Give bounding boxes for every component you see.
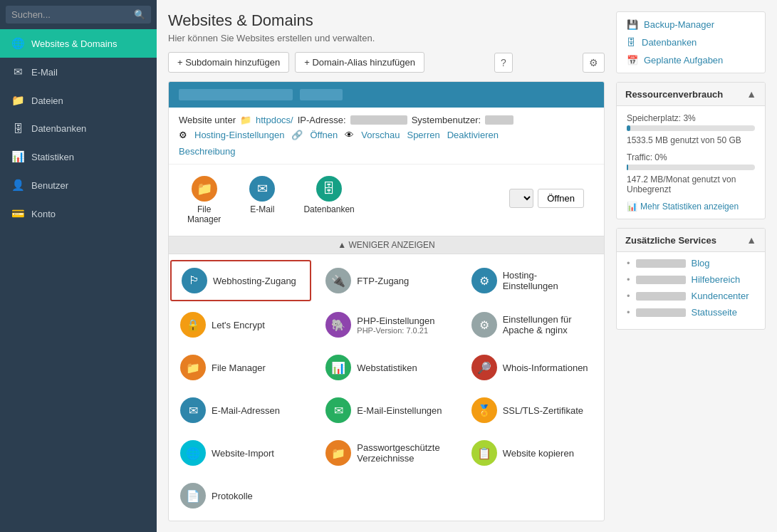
sidebar-item-websites-domains[interactable]: 🌐Websites & Domains bbox=[0, 29, 157, 58]
services-list: •Blog•Hilfebereich•Kundencenter•Statusse… bbox=[617, 252, 765, 329]
feat-sublabel-php-einstellungen: PHP-Version: 7.0.21 bbox=[357, 326, 434, 335]
feature-php-einstellungen[interactable]: 🐘 PHP-Einstellungen PHP-Version: 7.0.21 bbox=[316, 306, 457, 344]
feat-icon-website-kopieren: 📋 bbox=[471, 440, 497, 466]
feature-whois-informationen[interactable]: 🔎 Whois-Informationen bbox=[461, 348, 603, 387]
databases-shortcut[interactable]: 🗄 Datenbanken bbox=[295, 172, 363, 229]
feat-icon-webhosting-zugang: 🏳 bbox=[182, 268, 207, 293]
zusaetzliche-services-card: Zusätzliche Services ▲ •Blog•Hilfebereic… bbox=[616, 228, 766, 330]
domain-card-header bbox=[169, 82, 604, 108]
sysuser-value-blurred bbox=[485, 115, 513, 125]
zusaetzliche-services-collapse-btn[interactable]: ▲ bbox=[746, 234, 756, 246]
add-subdomain-button[interactable]: + Subdomain hinzufügen bbox=[168, 52, 289, 73]
description-link[interactable]: Beschreibung bbox=[179, 146, 594, 157]
db-select[interactable] bbox=[509, 189, 533, 208]
quick-link-datenbanken[interactable]: 🗄Datenbanken bbox=[627, 37, 755, 48]
email-icon: ✉ bbox=[249, 176, 275, 202]
ip-label: IP-Adresse: bbox=[298, 115, 346, 125]
preview-link[interactable]: Vorschau bbox=[361, 130, 400, 140]
feat-text-einstellungen-apache-nginx: Einstellungen fürApache & nginx bbox=[503, 314, 572, 335]
service-link-statusseite[interactable]: Statusseite bbox=[692, 307, 737, 318]
icon-grid-top: 📁 FileManager ✉ E-Mail 🗄 Datenbanken bbox=[169, 164, 604, 236]
nav-label-websites-domains: Websites & Domains bbox=[31, 38, 117, 49]
add-domain-alias-button[interactable]: + Domain-Alias hinzufügen bbox=[295, 52, 424, 73]
httpdocs-link[interactable]: httpdocs/ bbox=[256, 115, 293, 125]
sidebar-item-files[interactable]: 📁Dateien bbox=[0, 86, 157, 115]
feat-text-webstatistiken: Webstatistiken bbox=[357, 363, 417, 373]
ressourcen-header: Ressourcenverbrauch ▲ bbox=[617, 83, 765, 106]
speicherplatz-value: 1533.5 MB genutzt von 50 GB bbox=[627, 135, 755, 145]
quick-link-geplante-aufgaben[interactable]: 📅Geplante Aufgaben bbox=[627, 55, 755, 66]
sidebar-item-users[interactable]: 👤Benutzer bbox=[0, 171, 157, 199]
feature-einstellungen-apache-nginx[interactable]: ⚙ Einstellungen fürApache & nginx bbox=[461, 306, 603, 344]
feat-text-hosting-einstellungen: Hosting-Einstellungen bbox=[503, 270, 558, 291]
quick-link-icon-datenbanken: 🗄 bbox=[627, 37, 636, 48]
feature-hosting-einstellungen[interactable]: ⚙ Hosting-Einstellungen bbox=[461, 260, 603, 301]
feature-email-einstellungen[interactable]: ✉ E-Mail-Einstellungen bbox=[316, 391, 457, 429]
feat-icon-php-einstellungen: 🐘 bbox=[325, 312, 351, 338]
sidebar-item-account[interactable]: 💳Konto bbox=[0, 199, 157, 228]
preview-icon: 👁 bbox=[345, 130, 354, 140]
website-unter-label: Website unter bbox=[179, 115, 236, 125]
feature-ssl-tls-zertifikate[interactable]: 🏅 SSL/TLS-Zertifikate bbox=[461, 391, 603, 429]
page-title: Websites & Domains bbox=[168, 11, 605, 30]
deactivate-link[interactable]: Deaktivieren bbox=[447, 130, 499, 140]
service-link-hilfebereich[interactable]: Hilfebereich bbox=[692, 274, 741, 285]
file-manager-shortcut[interactable]: 📁 FileManager bbox=[179, 172, 229, 229]
weniger-anzeigen-bar[interactable]: ▲ WENIGER ANZEIGEN bbox=[169, 236, 604, 254]
feat-text-protokolle: Protokolle bbox=[212, 491, 253, 501]
feat-text-email-adressen: E-Mail-Adressen bbox=[212, 405, 280, 416]
ip-value-blurred bbox=[350, 115, 407, 125]
chart-icon: 📊 bbox=[627, 202, 637, 212]
db-open-button[interactable]: Öffnen bbox=[538, 189, 584, 208]
email-shortcut[interactable]: ✉ E-Mail bbox=[241, 172, 283, 229]
right-panel: 💾Backup-Manager🗄Datenbanken📅Geplante Auf… bbox=[616, 11, 766, 521]
feature-webhosting-zugang[interactable]: 🏳 Webhosting-Zugang bbox=[170, 260, 311, 301]
bullet: • bbox=[627, 258, 630, 268]
mehr-statistiken-link[interactable]: 📊 Mehr Statistiken anzeigen bbox=[627, 202, 755, 212]
ressourcen-collapse-btn[interactable]: ▲ bbox=[746, 88, 756, 100]
search-box[interactable]: 🔍 bbox=[6, 6, 151, 24]
feature-website-import[interactable]: 🌐 Website-Import bbox=[170, 434, 311, 472]
sidebar-item-statistics[interactable]: 📊Statistiken bbox=[0, 142, 157, 171]
search-input[interactable] bbox=[11, 9, 134, 20]
zusaetzliche-services-title: Zusätzliche Services bbox=[625, 235, 716, 246]
sidebar-item-email[interactable]: ✉E-Mail bbox=[0, 58, 157, 86]
sidebar-item-databases[interactable]: 🗄Datenbanken bbox=[0, 115, 157, 142]
feat-icon-hosting-einstellungen: ⚙ bbox=[471, 268, 497, 293]
service-link-kundencenter[interactable]: Kundencenter bbox=[692, 291, 749, 301]
feat-icon-whois-informationen: 🔎 bbox=[471, 355, 497, 380]
feat-text-webhosting-zugang: Webhosting-Zugang bbox=[213, 276, 296, 286]
feat-icon-webstatistiken: 📊 bbox=[325, 355, 351, 380]
feature-ftp-zugang[interactable]: 🔌 FTP-Zugang bbox=[316, 260, 457, 301]
feature-protokolle[interactable]: 📄 Protokolle bbox=[170, 476, 311, 515]
service-item-hilfebereich: •Hilfebereich bbox=[627, 274, 755, 285]
hosting-settings-link[interactable]: Hosting-Einstellungen bbox=[194, 130, 284, 140]
page-subtitle: Hier können Sie Websites erstellen und v… bbox=[168, 33, 605, 43]
feature-email-adressen[interactable]: ✉ E-Mail-Adressen bbox=[170, 391, 311, 429]
feat-text-whois-informationen: Whois-Informationen bbox=[503, 363, 588, 373]
service-link-blog[interactable]: Blog bbox=[692, 258, 710, 268]
quick-link-icon-backup-manager: 💾 bbox=[627, 19, 638, 30]
nav-label-users: Benutzer bbox=[31, 180, 68, 191]
databases-icon: 🗄 bbox=[316, 176, 342, 202]
nav-icon-files: 📁 bbox=[11, 94, 24, 107]
feat-text-file-manager: File Manager bbox=[212, 363, 266, 373]
quick-link-backup-manager[interactable]: 💾Backup-Manager bbox=[627, 19, 755, 30]
feature-passwortgeschuetzte-verzeichnisse[interactable]: 📁 PasswortgeschützteVerzeichnisse bbox=[316, 434, 457, 472]
settings-button[interactable]: ⚙ bbox=[583, 53, 605, 73]
domain-info-row: Website unter 📁 httpdocs/ IP-Adresse: Sy… bbox=[179, 115, 594, 125]
open-link[interactable]: Öffnen bbox=[310, 130, 338, 140]
feature-file-manager[interactable]: 📁 File Manager bbox=[170, 348, 311, 387]
feat-icon-protokolle: 📄 bbox=[180, 483, 206, 508]
lock-link[interactable]: Sperren bbox=[407, 130, 439, 140]
feature-lets-encrypt[interactable]: 🔒 Let's Encrypt bbox=[170, 306, 311, 344]
feat-icon-passwortgeschuetzte-verzeichnisse: 📁 bbox=[325, 440, 351, 466]
feat-text-php-einstellungen: PHP-Einstellungen PHP-Version: 7.0.21 bbox=[357, 315, 434, 335]
speicherplatz-label: Speicherplatz: 3% bbox=[627, 113, 755, 123]
feature-website-kopieren[interactable]: 📋 Website kopieren bbox=[461, 434, 603, 472]
feature-webstatistiken[interactable]: 📊 Webstatistiken bbox=[316, 348, 457, 387]
help-button[interactable]: ? bbox=[494, 53, 513, 73]
feat-text-passwortgeschuetzte-verzeichnisse: PasswortgeschützteVerzeichnisse bbox=[357, 442, 439, 464]
speicherplatz-bar-bg bbox=[627, 125, 755, 131]
domain-name-blurred2 bbox=[300, 89, 343, 100]
